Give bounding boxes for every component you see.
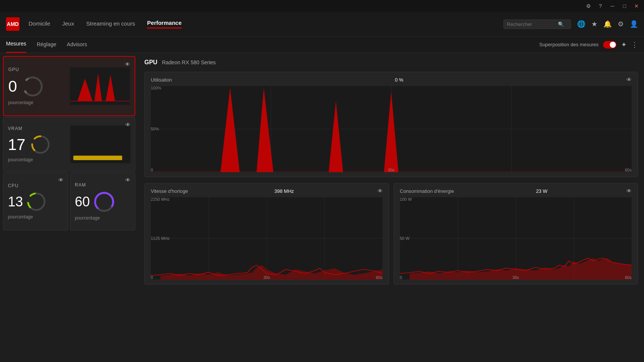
svg-point-10: [26, 191, 47, 212]
ram-gauge: [93, 191, 115, 213]
gpu-gauge: [21, 75, 44, 98]
vram-card-left: VRAM 17 pourcentage: [8, 126, 70, 162]
util-y-max: 100%: [151, 86, 161, 90]
main-content: GPU 0 pourcentage: [0, 53, 644, 362]
help-icon[interactable]: ?: [596, 2, 605, 11]
sub-nav-right: Superposition des mesures ✦ ⋮: [539, 41, 638, 49]
util-y-mid: 50%: [151, 127, 159, 131]
gpu-eye-icon[interactable]: 👁: [125, 61, 130, 67]
vram-value: 17: [8, 137, 26, 153]
wand-icon[interactable]: ✦: [621, 41, 627, 49]
vram-chart: [70, 126, 130, 163]
nav-bar: AMD Domicile Jeux Streaming en cours Per…: [0, 12, 644, 36]
minimize-button[interactable]: ─: [608, 2, 617, 11]
clock-y-mid: 1125 MHz: [151, 236, 170, 241]
ram-card[interactable]: RAM 60 pourcentage 👁: [70, 172, 135, 230]
vram-card[interactable]: VRAM 17 pourcentage 👁: [3, 117, 135, 171]
utilisation-eye-icon[interactable]: 👁: [626, 77, 632, 83]
gear-icon[interactable]: ⚙: [618, 20, 624, 28]
nav-streaming[interactable]: Streaming en cours: [86, 20, 135, 28]
nav-right: 🔍 🌐 ★ 🔔 ⚙ 👤: [503, 20, 638, 29]
clock-speed-eye-icon[interactable]: 👁: [377, 188, 383, 194]
svg-point-8: [30, 134, 51, 155]
cpu-card[interactable]: CPU 13 pourcentage 👁: [3, 172, 68, 230]
ram-eye-icon[interactable]: 👁: [125, 177, 130, 183]
utilisation-chart: 100% 50% 0 30s 60s: [151, 86, 632, 172]
nav-jeux[interactable]: Jeux: [62, 20, 74, 28]
clock-x-max: 60s: [376, 275, 383, 280]
bell-icon[interactable]: 🔔: [603, 20, 612, 28]
cpu-unit: pourcentage: [8, 214, 64, 220]
cpu-card-left: CPU 13 pourcentage: [8, 183, 64, 220]
cpu-gauge: [26, 191, 47, 212]
cpu-eye-icon[interactable]: 👁: [58, 177, 64, 183]
gpu-value: 0: [8, 79, 17, 94]
cpu-title: CPU: [8, 183, 64, 188]
search-box[interactable]: 🔍: [503, 20, 571, 29]
gpu-title: GPU: [8, 67, 67, 72]
nav-domicile[interactable]: Domicile: [29, 20, 50, 28]
clock-y-max: 2250 MHz: [151, 197, 170, 201]
gpu-header: GPU Radeon RX 580 Series: [144, 59, 638, 66]
svg-point-9: [30, 134, 51, 155]
svg-point-13: [93, 191, 115, 213]
clock-speed-header: Vitesse d'horloge 398 MHz 👁: [151, 188, 383, 194]
close-button[interactable]: ✕: [632, 2, 641, 11]
sub-nav: Mesures Réglage Advisors Superposition d…: [0, 36, 644, 53]
clock-speed-chart: 2250 MHz 1125 MHz 0 30s 60s: [151, 197, 383, 280]
user-icon[interactable]: 👤: [630, 20, 638, 28]
util-x-max: 60s: [625, 168, 632, 172]
clock-speed-label: Vitesse d'horloge: [151, 188, 188, 194]
settings-icon[interactable]: ⚙: [584, 2, 593, 11]
ram-value: 60: [75, 195, 90, 209]
energy-y-min: 0: [400, 275, 402, 280]
overlay-toggle[interactable]: [603, 41, 617, 48]
ram-unit: pourcentage: [75, 215, 130, 221]
utilisation-label: Utilisation: [151, 77, 172, 83]
overlay-label: Superposition des mesures: [539, 42, 599, 47]
search-icon: 🔍: [558, 21, 564, 27]
left-panel: GPU 0 pourcentage: [0, 53, 138, 362]
subnav-advisors[interactable]: Advisors: [67, 36, 87, 53]
title-bar: ⚙ ? ─ □ ✕: [0, 0, 644, 12]
svg-point-0: [21, 75, 44, 98]
energy-eye-icon[interactable]: 👁: [626, 188, 632, 194]
subnav-mesures[interactable]: Mesures: [6, 36, 26, 53]
energy-label: Consommation d'énergie: [400, 188, 454, 194]
more-icon[interactable]: ⋮: [631, 41, 638, 49]
vram-eye-icon[interactable]: 👁: [125, 122, 130, 128]
svg-point-1: [21, 75, 44, 98]
nav-performance[interactable]: Performance: [147, 20, 182, 29]
vram-gauge: [30, 134, 51, 155]
lower-cards: CPU 13 pourcentage 👁 RAM: [3, 172, 135, 230]
gpu-card[interactable]: GPU 0 pourcentage: [3, 56, 135, 116]
search-input[interactable]: [507, 21, 556, 27]
clock-y-min: 0: [151, 275, 153, 280]
star-icon[interactable]: ★: [591, 20, 597, 28]
util-y-min: 0: [151, 168, 153, 172]
vram-title: VRAM: [8, 126, 70, 131]
utilisation-header: Utilisation 0 % 👁: [151, 77, 632, 83]
energy-section: Consommation d'énergie 23 W 👁: [394, 183, 638, 285]
energy-y-mid: 50 W: [400, 236, 410, 241]
vram-bar: [73, 156, 122, 160]
dual-charts: Vitesse d'horloge 398 MHz 👁: [144, 183, 638, 285]
clock-speed-value: 398 MHz: [274, 188, 294, 194]
energy-x-max: 60s: [625, 275, 632, 280]
gpu-panel-name: Radeon RX 580 Series: [162, 59, 216, 65]
maximize-button[interactable]: □: [620, 2, 629, 11]
energy-chart: 100 W 50 W 0 30s 60s: [400, 197, 632, 280]
utilisation-value: 0 %: [395, 77, 403, 83]
gpu-panel-label: GPU: [144, 59, 158, 66]
right-panel: GPU Radeon RX 580 Series Utilisation 0 %…: [138, 53, 644, 362]
sub-nav-items: Mesures Réglage Advisors: [6, 36, 539, 53]
ram-card-left: RAM 60 pourcentage: [75, 182, 130, 221]
energy-y-max: 100 W: [400, 197, 412, 201]
cpu-value: 13: [8, 195, 23, 209]
svg-point-12: [93, 191, 115, 213]
energy-header: Consommation d'énergie 23 W 👁: [400, 188, 632, 194]
gpu-mini-chart: [70, 67, 130, 105]
globe-icon[interactable]: 🌐: [577, 20, 585, 28]
subnav-reglage[interactable]: Réglage: [37, 36, 56, 53]
energy-value: 23 W: [536, 188, 547, 194]
